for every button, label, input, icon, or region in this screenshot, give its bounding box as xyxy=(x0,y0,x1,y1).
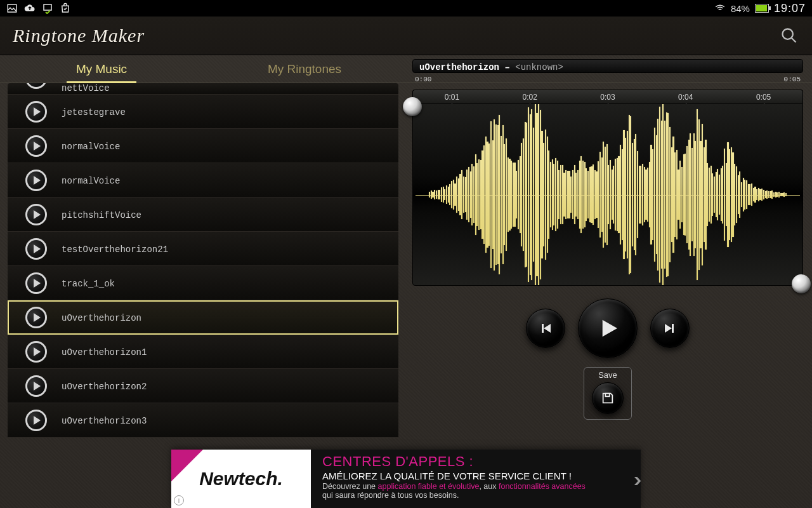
track-title: uOverthehorizon3 xyxy=(62,416,147,426)
play-icon[interactable] xyxy=(25,307,47,328)
time-ruler: 0:010:020:030:040:05 xyxy=(412,90,803,104)
save-label: Save xyxy=(584,370,631,380)
waveform-box[interactable] xyxy=(412,104,803,286)
ad-info-icon[interactable]: i xyxy=(174,495,184,505)
ad-brand: Newtech. xyxy=(171,450,311,508)
ruler-tick: 0:03 xyxy=(600,93,615,102)
tab-my-music[interactable]: My Music xyxy=(0,55,203,83)
waveform-editor[interactable]: 0:010:020:030:040:05 xyxy=(412,90,803,286)
play-icon[interactable] xyxy=(25,83,47,89)
status-bar: 84% 19:07 xyxy=(0,0,812,17)
waveform xyxy=(416,104,800,285)
svg-point-0 xyxy=(783,29,793,39)
ad-banner[interactable]: i Newtech. CENTRES D'APPELS : AMÉLIOREZ … xyxy=(171,450,641,508)
play-icon[interactable] xyxy=(25,375,47,397)
ad-line1: AMÉLIOREZ LA QUALITÉ DE VOTRE SERVICE CL… xyxy=(322,471,609,481)
ruler-tick: 0:02 xyxy=(523,93,537,102)
play-icon xyxy=(595,316,620,341)
shop-check-icon xyxy=(60,3,71,14)
list-item[interactable]: track_1_ok xyxy=(8,266,398,300)
play-icon[interactable] xyxy=(25,101,47,123)
search-icon xyxy=(780,27,798,44)
prev-button[interactable] xyxy=(526,309,565,348)
title-bar: Ringtone Maker xyxy=(0,17,812,55)
play-icon[interactable] xyxy=(25,272,47,294)
track-title: normalVoice xyxy=(62,176,120,186)
ruler-tick: 0:01 xyxy=(445,93,459,102)
play-icon[interactable] xyxy=(25,410,47,431)
next-button[interactable] xyxy=(650,309,690,348)
cloud-upload-icon xyxy=(24,3,36,14)
download-check-icon xyxy=(42,3,53,14)
track-title: nettVoice xyxy=(62,83,110,93)
list-item[interactable]: uOverthehorizon1 xyxy=(8,335,398,369)
track-title: uOverthehorizon xyxy=(62,313,141,323)
battery-percentage: 84% xyxy=(731,3,750,14)
save-button[interactable] xyxy=(592,382,624,414)
list-item[interactable]: uOverthehorizon2 xyxy=(8,369,398,403)
list-item[interactable]: testOverthehorizon21 xyxy=(8,232,398,266)
app-title: Ringtone Maker xyxy=(0,25,145,46)
ad-headline: CENTRES D'APPELS : xyxy=(322,453,609,470)
clock: 19:07 xyxy=(774,2,806,15)
ruler-tick: 0:05 xyxy=(756,93,771,102)
track-title: testOverthehorizon21 xyxy=(62,244,168,255)
track-title: jetestegrave xyxy=(62,107,126,117)
tab-my-ringtones-label: My Ringtones xyxy=(268,62,341,76)
skip-previous-icon xyxy=(538,321,553,336)
gallery-icon xyxy=(6,3,18,14)
save-panel: Save xyxy=(584,367,632,420)
track-title: track_1_ok xyxy=(62,279,115,289)
play-icon[interactable] xyxy=(25,341,47,363)
track-title: uOverthehorizon2 xyxy=(62,382,147,392)
player-controls xyxy=(412,298,803,358)
battery-icon xyxy=(755,4,769,13)
skip-next-icon xyxy=(662,321,678,336)
play-icon[interactable] xyxy=(25,135,47,157)
wifi-icon xyxy=(714,3,726,14)
ad-line2: Découvrez une application fiable et évol… xyxy=(322,482,609,491)
track-list[interactable]: nettVoicejetestegravenormalVoicenormalVo… xyxy=(8,83,398,441)
list-item[interactable]: pitchshiftVoice xyxy=(8,197,398,232)
play-icon[interactable] xyxy=(25,204,47,225)
list-item[interactable]: jetestegrave xyxy=(8,95,398,129)
track-title: normalVoice xyxy=(62,142,120,152)
play-icon[interactable] xyxy=(25,170,47,191)
ruler-tick: 0:04 xyxy=(678,93,693,102)
track-title: uOverthehorizon1 xyxy=(62,347,147,358)
save-icon xyxy=(601,391,615,405)
ad-line3: qui saura répondre à tous vos besoins. xyxy=(322,491,609,500)
list-item[interactable]: normalVoice xyxy=(8,163,398,197)
trim-handle-end[interactable] xyxy=(792,274,811,293)
track-title: pitchshiftVoice xyxy=(62,210,141,220)
trim-handle-start[interactable] xyxy=(403,97,422,116)
play-button[interactable] xyxy=(578,298,638,358)
tabs: My Music My Ringtones xyxy=(0,55,812,83)
list-item[interactable]: nettVoice xyxy=(8,83,398,95)
list-item[interactable]: normalVoice xyxy=(8,129,398,163)
tab-my-ringtones[interactable]: My Ringtones xyxy=(203,55,406,83)
list-item[interactable]: uOverthehorizon xyxy=(8,300,398,335)
search-button[interactable] xyxy=(780,27,798,44)
play-icon[interactable] xyxy=(25,238,47,260)
list-item[interactable]: uOverthehorizon3 xyxy=(8,403,398,438)
tab-my-music-label: My Music xyxy=(76,62,127,76)
